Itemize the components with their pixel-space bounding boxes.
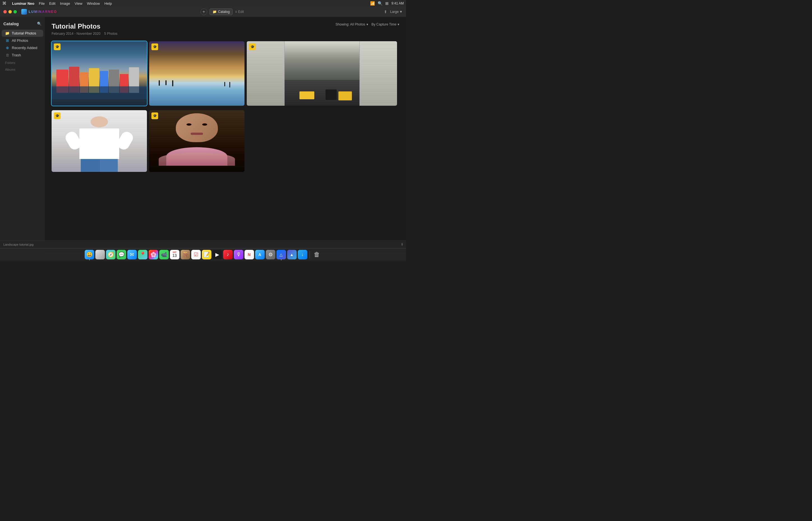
sidebar-item-trash[interactable]: 🗑 Trash — [2, 52, 43, 59]
folders-section-label: Folders — [0, 59, 45, 66]
titlebar-right: ⬆ Large ▼ — [384, 9, 403, 14]
dock-facetime[interactable]: 📹 — [159, 250, 169, 259]
sidebar-item-all-photos[interactable]: ⊞ All Photos — [2, 37, 43, 44]
apple-menu[interactable]: ⌘ — [2, 1, 6, 6]
close-button[interactable] — [3, 10, 7, 14]
photo-cell-city[interactable]: 🎓 — [247, 41, 397, 106]
photo-badge-portrait2: 🎓 — [152, 112, 158, 119]
dock-launchpad[interactable]: ⬡ — [95, 250, 105, 259]
sidebar-item-tutorial-photos[interactable]: 📁 Tutorial Photos — [2, 30, 43, 37]
content-subtitle: February 2014 - November 2020 5 Photos — [52, 32, 117, 36]
dock-news[interactable]: N — [245, 250, 254, 259]
photo-cell-portrait1[interactable]: 🎓 — [52, 110, 147, 172]
menu-edit[interactable]: Edit — [49, 1, 55, 6]
dock-calendar[interactable]: SEP 13 — [170, 250, 180, 259]
photo-cell-landscape[interactable]: 🎓 — [52, 41, 147, 106]
photo-badge-landscape: 🎓 — [54, 43, 61, 50]
download-icon: ↓ — [301, 252, 304, 257]
edit-lines-icon: ≡ — [235, 10, 237, 14]
by-time-dropdown[interactable]: By Capture Time ▾ — [372, 22, 399, 26]
news-icon: N — [248, 252, 250, 257]
menu-file[interactable]: File — [39, 1, 45, 6]
dock-notes[interactable]: 📝 — [202, 250, 211, 259]
photo-cell-portrait2[interactable]: 🎓 — [149, 110, 245, 172]
notes-icon: 📝 — [204, 251, 210, 258]
appstore-icon: A — [258, 252, 261, 257]
photo-grid-row-1: 🎓 🎓 — [52, 41, 399, 106]
dock-safari[interactable]: 🧭 — [106, 250, 116, 259]
dock-wood-app[interactable]: 🪵 — [181, 250, 190, 259]
menu-window[interactable]: Window — [87, 1, 100, 6]
wood-icon: 🪵 — [182, 251, 188, 258]
dock-podcasts[interactable]: 🎙 — [234, 250, 243, 259]
dock-reminders[interactable]: ☑ — [191, 250, 201, 259]
maps-icon: 📍 — [140, 251, 146, 258]
minimize-button[interactable] — [8, 10, 12, 14]
sidebar-search-icon[interactable]: 🔍 — [37, 22, 42, 26]
page-title: Tutorial Photos — [52, 22, 117, 30]
wifi-icon: 📶 — [370, 1, 375, 6]
dock-download[interactable]: ↓ — [298, 250, 307, 259]
sidebar-title: Catalog — [3, 21, 19, 26]
menu-help[interactable]: Help — [104, 1, 112, 6]
chevron-down-icon: ▾ — [367, 22, 368, 26]
photo-badge-beach: 🎓 — [152, 43, 158, 50]
tutorial-photos-icon: 📁 — [5, 31, 9, 35]
trash-icon: 🗑 — [5, 53, 9, 57]
app-logo: LUMINARNEO — [21, 9, 57, 15]
menu-image[interactable]: Image — [60, 1, 70, 6]
dock-finder[interactable]: 😀 — [85, 250, 94, 259]
logo-icon — [21, 9, 27, 15]
recently-added-icon: ⊕ — [5, 46, 9, 50]
statusbar: Landscape tutorial.jpg ℹ — [0, 240, 406, 248]
dock-mail[interactable]: ✉ — [127, 250, 137, 259]
view-size-button[interactable]: Large ▼ — [390, 10, 403, 14]
delta-icon: ▲ — [290, 252, 294, 257]
control-center-icon[interactable]: ⊞ — [385, 1, 389, 6]
add-button[interactable]: + — [201, 8, 207, 15]
catalog-button[interactable]: 📁 Catalog — [209, 8, 233, 15]
dock-music[interactable]: ♪ — [223, 250, 233, 259]
sidebar-item-recently-added[interactable]: ⊕ Recently Added — [2, 44, 43, 51]
status-filename: Landscape tutorial.jpg — [3, 243, 33, 246]
dock-luminar[interactable]: △ — [276, 250, 286, 259]
dock: 😀 ⬡ 🧭 💬 ✉ 📍 🌸 📹 SEP 13 🪵 ☑ 📝 ▶ ♪ 🎙 N A ⚙… — [0, 248, 406, 260]
menu-view[interactable]: View — [75, 1, 83, 6]
messages-icon: 💬 — [118, 251, 124, 258]
dock-sysprefs[interactable]: ⚙ — [266, 250, 275, 259]
all-photos-icon: ⊞ — [5, 39, 9, 43]
sidebar-header: Catalog 🔍 — [0, 20, 45, 29]
titlebar-center: + 📁 Catalog ≡ Edit — [201, 8, 244, 15]
app-name[interactable]: Luminar Neo — [12, 1, 34, 6]
fullscreen-button[interactable] — [14, 10, 17, 14]
finder-icon: 😀 — [86, 251, 93, 258]
share-button[interactable]: ⬆ — [384, 9, 387, 14]
photo-badge-portrait1: 🎓 — [54, 112, 61, 119]
search-icon[interactable]: 🔍 — [378, 1, 382, 6]
dock-separator — [309, 251, 310, 258]
dock-messages[interactable]: 💬 — [117, 250, 126, 259]
titlebar: LUMINARNEO + 📁 Catalog ≡ Edit ⬆ Large ▼ — [0, 7, 406, 17]
main-layout: Catalog 🔍 📁 Tutorial Photos ⊞ All Photos… — [0, 17, 406, 253]
music-icon: ♪ — [227, 251, 229, 257]
info-icon[interactable]: ℹ — [401, 243, 403, 246]
dock-appstore[interactable]: A — [255, 250, 265, 259]
dock-trash[interactable]: 🗑 — [312, 250, 322, 259]
menubar: ⌘ Luminar Neo File Edit Image View Windo… — [0, 0, 406, 7]
photo-grid-row-2: 🎓 — [52, 110, 399, 172]
photo-badge-city: 🎓 — [249, 43, 256, 50]
dock-maps[interactable]: 📍 — [138, 250, 147, 259]
catalog-icon: 📁 — [212, 10, 217, 14]
launchpad-icon: ⬡ — [98, 252, 102, 257]
reminders-icon: ☑ — [194, 251, 198, 258]
photo-cell-beach[interactable]: 🎓 — [149, 41, 245, 106]
appletv-icon: ▶ — [215, 251, 219, 258]
chevron-down-icon: ▼ — [399, 10, 403, 14]
edit-button[interactable]: ≡ Edit — [235, 10, 244, 14]
dock-photos[interactable]: 🌸 — [148, 250, 158, 259]
dock-appletv[interactable]: ▶ — [212, 250, 222, 259]
dock-delta[interactable]: ▲ — [287, 250, 297, 259]
traffic-lights — [3, 10, 17, 14]
sidebar-item-label: Tutorial Photos — [12, 31, 36, 35]
showing-dropdown[interactable]: Showing: All Photos ▾ — [335, 22, 368, 26]
